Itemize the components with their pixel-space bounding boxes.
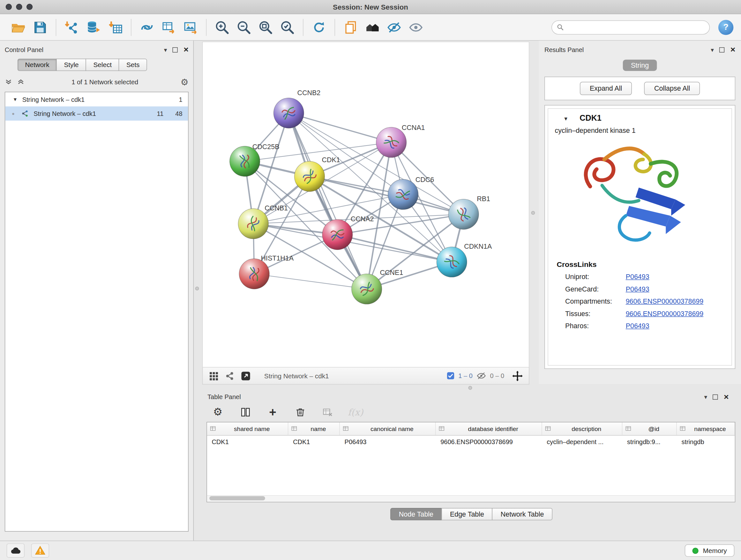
network-node-cdk1[interactable]	[294, 161, 325, 192]
crosslink-link[interactable]: 9606.ENSP00000378699	[626, 298, 704, 305]
open-session-button[interactable]	[8, 16, 29, 38]
network-options-gear-icon[interactable]: ⚙	[181, 77, 189, 86]
column-header[interactable]: description	[542, 422, 623, 435]
network-node-ccne1[interactable]	[352, 274, 382, 304]
network-node-ccna1[interactable]	[376, 127, 407, 158]
panel-close-icon[interactable]: ×	[724, 393, 729, 401]
vertical-splitter-handle[interactable]	[195, 287, 199, 291]
show-graphics-button[interactable]	[405, 16, 427, 38]
import-network-file-button[interactable]	[61, 16, 83, 38]
open-in-new-window-button[interactable]	[241, 371, 251, 381]
collapse-all-icon[interactable]	[17, 78, 24, 85]
panel-menu-chevron-icon[interactable]: ▾	[164, 47, 167, 53]
disclosure-triangle-icon[interactable]: ▾	[14, 96, 17, 103]
collapse-all-button[interactable]: Collapse All	[644, 82, 700, 95]
table-cell[interactable]: stringdb:9...	[622, 438, 677, 445]
home-button[interactable]	[361, 16, 383, 38]
crosslink-link[interactable]: 9606.ENSP00000378699	[626, 310, 704, 317]
network-node-cdc25b[interactable]	[230, 146, 260, 177]
tab-sets[interactable]: Sets	[119, 59, 147, 71]
column-header[interactable]: canonical name	[340, 422, 436, 435]
hidden-eye-slash-icon[interactable]	[476, 371, 486, 381]
panel-float-icon[interactable]	[720, 47, 725, 52]
vertical-splitter-handle[interactable]	[531, 211, 535, 215]
table-cell[interactable]: CDK1	[207, 438, 288, 445]
horizontal-splitter-handle[interactable]	[468, 386, 472, 390]
network-overview-button[interactable]	[224, 371, 235, 381]
table-settings-gear-icon[interactable]: ⚙	[211, 405, 225, 419]
close-window-button[interactable]	[6, 4, 12, 10]
delete-column-button[interactable]	[293, 405, 307, 419]
import-network-database-button[interactable]	[83, 16, 105, 38]
column-header[interactable]: @id	[622, 422, 677, 435]
tab-select[interactable]: Select	[86, 59, 119, 71]
zoom-selected-button[interactable]	[276, 16, 298, 38]
column-header[interactable]: shared name	[207, 422, 288, 435]
table-cell[interactable]: stringdb	[677, 438, 735, 445]
crosslink-link[interactable]: P06493	[626, 273, 650, 281]
crosslink-link[interactable]: P06493	[626, 285, 650, 293]
network-collection-row[interactable]: ▾ String Network – cdk1 1	[5, 92, 188, 106]
table-cell[interactable]: 9606.ENSP00000378699	[435, 438, 542, 445]
crosslink-link[interactable]: P06493	[626, 322, 650, 330]
panel-float-icon[interactable]	[173, 47, 178, 52]
tab-edge-table[interactable]: Edge Table	[441, 508, 492, 520]
column-header[interactable]: database identifier	[435, 422, 542, 435]
minimize-window-button[interactable]	[16, 4, 22, 10]
table-cell[interactable]: P06493	[340, 438, 436, 445]
column-header[interactable]: namespace	[677, 422, 735, 435]
copy-button[interactable]	[340, 16, 361, 38]
refresh-button[interactable]	[308, 16, 330, 38]
save-session-button[interactable]	[29, 16, 51, 38]
network-graph[interactable]: CCNB2CCNA1CDC25BCDK1CDC6RB1CCNB1CCNA2CDK…	[203, 42, 529, 367]
table-cell[interactable]: CDK1	[288, 438, 340, 445]
birds-eye-view-button[interactable]	[208, 371, 219, 381]
panel-float-icon[interactable]	[713, 394, 718, 399]
delete-table-button[interactable]	[320, 405, 334, 419]
panel-close-icon[interactable]: ×	[731, 45, 736, 54]
export-image-button[interactable]	[180, 16, 201, 38]
network-node-cdkn1a[interactable]	[436, 247, 467, 277]
expand-all-button[interactable]: Expand All	[580, 82, 632, 95]
zoom-out-button[interactable]	[233, 16, 255, 38]
network-edge[interactable]	[289, 113, 367, 289]
cloud-status-button[interactable]	[7, 543, 24, 557]
network-node-rb1[interactable]	[448, 199, 479, 230]
tab-style[interactable]: Style	[57, 59, 86, 71]
expand-all-icon[interactable]	[5, 78, 12, 85]
network-node-hist1h1a[interactable]	[239, 259, 269, 289]
search-input[interactable]	[567, 23, 704, 31]
export-table-button[interactable]	[158, 16, 180, 38]
panel-close-icon[interactable]: ×	[184, 45, 189, 54]
horizontal-scrollbar-track[interactable]	[207, 495, 735, 502]
function-builder-button[interactable]: f(x)	[348, 407, 363, 417]
zoom-in-button[interactable]	[211, 16, 233, 38]
new-network-button[interactable]	[136, 16, 158, 38]
network-node-ccnb1[interactable]	[238, 208, 268, 239]
add-column-button[interactable]: +	[266, 405, 280, 419]
panel-menu-chevron-icon[interactable]: ▾	[704, 394, 707, 400]
selected-checkbox-icon[interactable]	[447, 372, 455, 380]
network-row[interactable]: ● String Network – cdk1 11 48	[5, 106, 188, 120]
network-canvas[interactable]: CCNB2CCNA1CDC25BCDK1CDC6RB1CCNB1CCNA2CDK…	[202, 42, 529, 368]
import-table-button[interactable]	[105, 16, 126, 38]
hide-graphics-button[interactable]	[383, 16, 405, 38]
zoom-fit-button[interactable]	[255, 16, 276, 38]
fit-content-crosshair-icon[interactable]	[512, 370, 523, 381]
network-edge[interactable]	[310, 177, 464, 214]
warnings-button[interactable]	[31, 543, 49, 557]
gene-section-header[interactable]: ▾ CDK1	[548, 111, 732, 126]
table-row[interactable]: CDK1 CDK1 P06493 9606.ENSP00000378699 cy…	[207, 435, 735, 448]
memory-button[interactable]: Memory	[685, 544, 734, 557]
tab-network-table[interactable]: Network Table	[492, 508, 552, 520]
titlebar[interactable]: Session: New Session	[0, 0, 741, 14]
table-cell[interactable]: cyclin–dependent ...	[542, 438, 623, 445]
tab-network[interactable]: Network	[17, 59, 57, 71]
network-node-ccnb2[interactable]	[273, 98, 304, 128]
string-results-tab[interactable]: String	[623, 60, 657, 71]
panel-menu-chevron-icon[interactable]: ▾	[711, 47, 714, 53]
network-edge[interactable]	[254, 274, 367, 289]
help-button[interactable]: ?	[718, 19, 733, 35]
zoom-window-button[interactable]	[26, 4, 32, 10]
network-node-ccna2[interactable]	[322, 219, 353, 250]
